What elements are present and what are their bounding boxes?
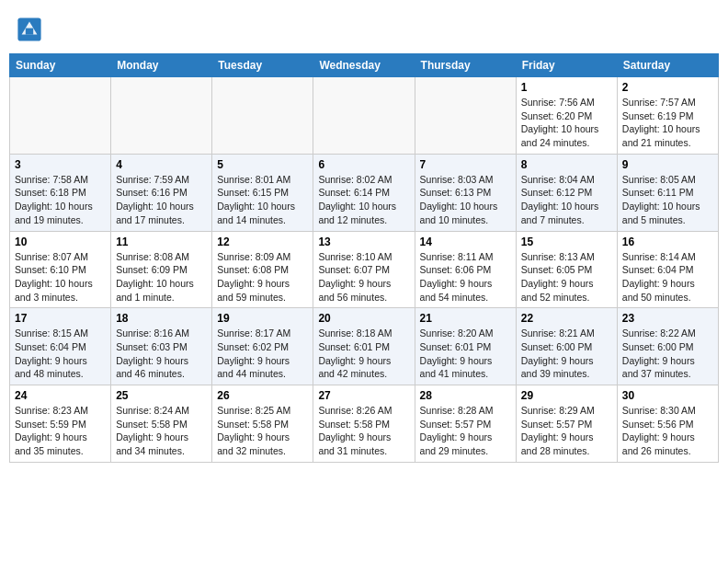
day-info: Sunrise: 7:56 AM Sunset: 6:20 PM Dayligh… [521,96,612,150]
day-number: 24 [15,389,106,402]
day-number: 23 [622,312,713,325]
calendar-cell: 27Sunrise: 8:26 AM Sunset: 5:58 PM Dayli… [313,385,415,463]
weekday-header-friday: Friday [516,54,617,77]
day-number: 29 [521,389,612,402]
day-number: 9 [622,158,713,171]
calendar-cell: 19Sunrise: 8:17 AM Sunset: 6:02 PM Dayli… [212,308,313,385]
calendar-cell: 7Sunrise: 8:03 AM Sunset: 6:13 PM Daylig… [415,154,516,231]
day-number: 28 [420,389,511,402]
calendar-cell: 4Sunrise: 7:59 AM Sunset: 6:16 PM Daylig… [111,154,212,231]
day-number: 3 [15,158,106,171]
calendar-cell: 14Sunrise: 8:11 AM Sunset: 6:06 PM Dayli… [415,231,516,308]
calendar-cell: 29Sunrise: 8:29 AM Sunset: 5:57 PM Dayli… [516,385,617,463]
day-info: Sunrise: 8:11 AM Sunset: 6:06 PM Dayligh… [420,250,511,304]
day-info: Sunrise: 8:02 AM Sunset: 6:14 PM Dayligh… [318,173,409,227]
day-info: Sunrise: 8:25 AM Sunset: 5:58 PM Dayligh… [217,404,308,458]
calendar-week-4: 17Sunrise: 8:15 AM Sunset: 6:04 PM Dayli… [10,308,719,385]
day-number: 6 [318,158,409,171]
weekday-header-sunday: Sunday [10,54,111,77]
day-info: Sunrise: 8:26 AM Sunset: 5:58 PM Dayligh… [318,404,409,458]
day-info: Sunrise: 7:59 AM Sunset: 6:16 PM Dayligh… [116,173,207,227]
calendar-cell [415,77,516,155]
calendar-cell: 22Sunrise: 8:21 AM Sunset: 6:00 PM Dayli… [516,308,617,385]
day-info: Sunrise: 8:28 AM Sunset: 5:57 PM Dayligh… [420,404,511,458]
day-number: 13 [318,236,409,248]
calendar-cell [313,77,415,155]
day-info: Sunrise: 8:10 AM Sunset: 6:07 PM Dayligh… [318,250,409,304]
day-number: 15 [521,236,612,248]
calendar-cell: 16Sunrise: 8:14 AM Sunset: 6:04 PM Dayli… [617,231,718,308]
weekday-header-row: SundayMondayTuesdayWednesdayThursdayFrid… [10,54,719,77]
calendar-cell: 11Sunrise: 8:08 AM Sunset: 6:09 PM Dayli… [111,231,212,308]
calendar-cell: 9Sunrise: 8:05 AM Sunset: 6:11 PM Daylig… [617,154,718,231]
day-info: Sunrise: 8:03 AM Sunset: 6:13 PM Dayligh… [420,173,511,227]
day-number: 5 [217,158,308,171]
day-info: Sunrise: 8:04 AM Sunset: 6:12 PM Dayligh… [521,173,612,227]
weekday-header-wednesday: Wednesday [313,54,415,77]
day-info: Sunrise: 8:20 AM Sunset: 6:01 PM Dayligh… [420,327,511,381]
day-info: Sunrise: 8:21 AM Sunset: 6:00 PM Dayligh… [521,327,612,381]
day-info: Sunrise: 8:17 AM Sunset: 6:02 PM Dayligh… [217,327,308,381]
weekday-header-thursday: Thursday [415,54,516,77]
day-number: 20 [318,312,409,325]
calendar-cell [212,77,313,155]
day-number: 21 [420,312,511,325]
day-number: 16 [622,236,713,248]
weekday-header-saturday: Saturday [617,54,718,77]
calendar-cell: 26Sunrise: 8:25 AM Sunset: 5:58 PM Dayli… [212,385,313,463]
calendar-cell: 3Sunrise: 7:58 AM Sunset: 6:18 PM Daylig… [10,154,111,231]
calendar-cell: 25Sunrise: 8:24 AM Sunset: 5:58 PM Dayli… [111,385,212,463]
calendar-cell: 1Sunrise: 7:56 AM Sunset: 6:20 PM Daylig… [516,77,617,155]
day-number: 1 [521,81,612,94]
calendar-cell: 12Sunrise: 8:09 AM Sunset: 6:08 PM Dayli… [212,231,313,308]
calendar-cell: 24Sunrise: 8:23 AM Sunset: 5:59 PM Dayli… [10,385,111,463]
calendar-cell: 6Sunrise: 8:02 AM Sunset: 6:14 PM Daylig… [313,154,415,231]
day-number: 17 [15,312,106,325]
calendar-table: SundayMondayTuesdayWednesdayThursdayFrid… [9,53,719,463]
day-info: Sunrise: 8:22 AM Sunset: 6:00 PM Dayligh… [622,327,713,381]
day-number: 27 [318,389,409,402]
calendar-cell [111,77,212,155]
calendar-cell: 2Sunrise: 7:57 AM Sunset: 6:19 PM Daylig… [617,77,718,155]
day-info: Sunrise: 8:23 AM Sunset: 5:59 PM Dayligh… [15,404,106,458]
calendar-cell: 5Sunrise: 8:01 AM Sunset: 6:15 PM Daylig… [212,154,313,231]
day-info: Sunrise: 8:15 AM Sunset: 6:04 PM Dayligh… [15,327,106,381]
calendar-week-1: 1Sunrise: 7:56 AM Sunset: 6:20 PM Daylig… [10,77,719,155]
logo-icon [17,17,42,42]
calendar-cell: 23Sunrise: 8:22 AM Sunset: 6:00 PM Dayli… [617,308,718,385]
day-info: Sunrise: 8:05 AM Sunset: 6:11 PM Dayligh… [622,173,713,227]
calendar-cell: 30Sunrise: 8:30 AM Sunset: 5:56 PM Dayli… [617,385,718,463]
day-info: Sunrise: 8:07 AM Sunset: 6:10 PM Dayligh… [15,250,106,304]
day-info: Sunrise: 8:14 AM Sunset: 6:04 PM Dayligh… [622,250,713,304]
day-number: 11 [116,236,207,248]
day-number: 18 [116,312,207,325]
day-number: 19 [217,312,308,325]
day-info: Sunrise: 8:16 AM Sunset: 6:03 PM Dayligh… [116,327,207,381]
calendar-week-3: 10Sunrise: 8:07 AM Sunset: 6:10 PM Dayli… [10,231,719,308]
svg-rect-2 [26,29,33,35]
day-info: Sunrise: 7:58 AM Sunset: 6:18 PM Dayligh… [15,173,106,227]
day-info: Sunrise: 8:01 AM Sunset: 6:15 PM Dayligh… [217,173,308,227]
day-info: Sunrise: 8:30 AM Sunset: 5:56 PM Dayligh… [622,404,713,458]
day-info: Sunrise: 8:13 AM Sunset: 6:05 PM Dayligh… [521,250,612,304]
logo [17,17,44,42]
calendar-cell: 10Sunrise: 8:07 AM Sunset: 6:10 PM Dayli… [10,231,111,308]
calendar-cell: 15Sunrise: 8:13 AM Sunset: 6:05 PM Dayli… [516,231,617,308]
calendar-cell: 28Sunrise: 8:28 AM Sunset: 5:57 PM Dayli… [415,385,516,463]
day-info: Sunrise: 7:57 AM Sunset: 6:19 PM Dayligh… [622,96,713,150]
day-number: 25 [116,389,207,402]
calendar-week-5: 24Sunrise: 8:23 AM Sunset: 5:59 PM Dayli… [10,385,719,463]
day-number: 8 [521,158,612,171]
day-number: 12 [217,236,308,248]
day-number: 30 [622,389,713,402]
day-info: Sunrise: 8:18 AM Sunset: 6:01 PM Dayligh… [318,327,409,381]
day-info: Sunrise: 8:29 AM Sunset: 5:57 PM Dayligh… [521,404,612,458]
calendar-cell: 20Sunrise: 8:18 AM Sunset: 6:01 PM Dayli… [313,308,415,385]
calendar-cell: 8Sunrise: 8:04 AM Sunset: 6:12 PM Daylig… [516,154,617,231]
calendar-cell: 21Sunrise: 8:20 AM Sunset: 6:01 PM Dayli… [415,308,516,385]
day-number: 2 [622,81,713,94]
day-number: 26 [217,389,308,402]
day-info: Sunrise: 8:24 AM Sunset: 5:58 PM Dayligh… [116,404,207,458]
day-number: 4 [116,158,207,171]
day-info: Sunrise: 8:08 AM Sunset: 6:09 PM Dayligh… [116,250,207,304]
